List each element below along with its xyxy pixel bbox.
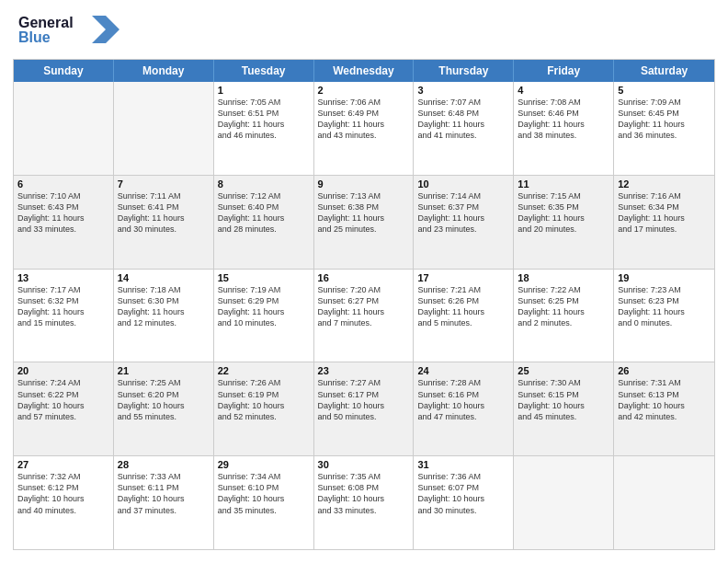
day-number: 17: [417, 272, 509, 283]
day-number: 18: [518, 272, 609, 283]
cell-info: Sunrise: 7:36 AMSunset: 6:07 PMDaylight:…: [417, 471, 509, 516]
cell-info: Sunrise: 7:15 AMSunset: 6:35 PMDaylight:…: [518, 190, 609, 236]
header-day-wednesday: Wednesday: [314, 60, 415, 82]
cell-info: Sunrise: 7:26 AMSunset: 6:19 PMDaylight:…: [218, 377, 310, 422]
day-number: 21: [118, 365, 210, 376]
cell-info: Sunrise: 7:32 AMSunset: 6:12 PMDaylight:…: [17, 471, 109, 516]
calendar-cell: 5Sunrise: 7:09 AMSunset: 6:45 PMDaylight…: [614, 82, 714, 175]
day-number: 4: [518, 85, 609, 96]
cell-info: Sunrise: 7:08 AMSunset: 6:46 PMDaylight:…: [518, 97, 609, 142]
calendar-cell: 3Sunrise: 7:07 AMSunset: 6:48 PMDaylight…: [414, 82, 514, 175]
calendar-week-5: 27Sunrise: 7:32 AMSunset: 6:12 PMDayligh…: [14, 456, 714, 549]
cell-info: Sunrise: 7:30 AMSunset: 6:15 PMDaylight:…: [518, 377, 609, 422]
calendar-cell: 7Sunrise: 7:11 AMSunset: 6:41 PMDaylight…: [114, 176, 214, 269]
calendar-cell: 27Sunrise: 7:32 AMSunset: 6:12 PMDayligh…: [14, 456, 114, 549]
calendar-cell: 14Sunrise: 7:18 AMSunset: 6:30 PMDayligh…: [114, 270, 214, 362]
day-number: 5: [618, 85, 711, 96]
cell-info: Sunrise: 7:34 AMSunset: 6:10 PMDaylight:…: [218, 471, 310, 516]
day-number: 29: [218, 459, 310, 470]
cell-info: Sunrise: 7:20 AMSunset: 6:27 PMDaylight:…: [318, 284, 410, 329]
calendar-header: SundayMondayTuesdayWednesdayThursdayFrid…: [14, 60, 714, 82]
header-day-saturday: Saturday: [614, 60, 714, 82]
cell-info: Sunrise: 7:35 AMSunset: 6:08 PMDaylight:…: [318, 471, 410, 516]
cell-info: Sunrise: 7:16 AMSunset: 6:34 PMDaylight:…: [618, 190, 711, 236]
day-number: 25: [518, 365, 609, 376]
calendar-cell: 21Sunrise: 7:25 AMSunset: 6:20 PMDayligh…: [114, 362, 214, 455]
day-number: 31: [417, 459, 509, 470]
calendar-cell: 23Sunrise: 7:27 AMSunset: 6:17 PMDayligh…: [314, 362, 415, 455]
calendar-cell: 15Sunrise: 7:19 AMSunset: 6:29 PMDayligh…: [214, 270, 314, 362]
cell-info: Sunrise: 7:09 AMSunset: 6:45 PMDaylight:…: [618, 97, 711, 142]
svg-text:Blue: Blue: [18, 29, 51, 45]
day-number: 15: [218, 272, 310, 283]
day-number: 7: [118, 178, 210, 190]
calendar-week-4: 20Sunrise: 7:24 AMSunset: 6:22 PMDayligh…: [14, 362, 714, 456]
calendar-week-2: 6Sunrise: 7:10 AMSunset: 6:43 PMDaylight…: [14, 176, 714, 270]
day-number: 19: [618, 272, 711, 283]
calendar-cell: [14, 82, 114, 175]
day-number: 8: [218, 178, 310, 190]
cell-info: Sunrise: 7:33 AMSunset: 6:11 PMDaylight:…: [118, 471, 210, 516]
cell-info: Sunrise: 7:24 AMSunset: 6:22 PMDaylight:…: [17, 377, 109, 422]
day-number: 28: [118, 459, 210, 470]
day-number: 23: [318, 365, 410, 376]
svg-text:General: General: [18, 15, 74, 30]
calendar-cell: 6Sunrise: 7:10 AMSunset: 6:43 PMDaylight…: [14, 176, 114, 269]
header-day-tuesday: Tuesday: [214, 60, 314, 82]
cell-info: Sunrise: 7:10 AMSunset: 6:43 PMDaylight:…: [17, 190, 109, 236]
cell-info: Sunrise: 7:05 AMSunset: 6:51 PMDaylight:…: [218, 97, 310, 142]
header-day-thursday: Thursday: [414, 60, 514, 82]
cell-info: Sunrise: 7:22 AMSunset: 6:25 PMDaylight:…: [518, 284, 609, 329]
day-number: 13: [17, 272, 109, 283]
calendar-body: 1Sunrise: 7:05 AMSunset: 6:51 PMDaylight…: [14, 82, 714, 549]
cell-info: Sunrise: 7:31 AMSunset: 6:13 PMDaylight:…: [618, 377, 711, 422]
day-number: 16: [318, 272, 410, 283]
calendar-cell: 24Sunrise: 7:28 AMSunset: 6:16 PMDayligh…: [414, 362, 514, 455]
day-number: 27: [17, 459, 109, 470]
cell-info: Sunrise: 7:07 AMSunset: 6:48 PMDaylight:…: [417, 97, 509, 142]
day-number: 24: [417, 365, 509, 376]
day-number: 2: [318, 85, 410, 96]
day-number: 11: [518, 178, 609, 190]
day-number: 20: [17, 365, 109, 376]
calendar-cell: 4Sunrise: 7:08 AMSunset: 6:46 PMDaylight…: [514, 82, 614, 175]
calendar-cell: 16Sunrise: 7:20 AMSunset: 6:27 PMDayligh…: [314, 270, 415, 362]
calendar-cell: 26Sunrise: 7:31 AMSunset: 6:13 PMDayligh…: [614, 362, 714, 455]
calendar-cell: 20Sunrise: 7:24 AMSunset: 6:22 PMDayligh…: [14, 362, 114, 455]
calendar-cell: 31Sunrise: 7:36 AMSunset: 6:07 PMDayligh…: [414, 456, 514, 549]
cell-info: Sunrise: 7:23 AMSunset: 6:23 PMDaylight:…: [618, 284, 711, 329]
svg-marker-2: [92, 16, 119, 43]
calendar-cell: 9Sunrise: 7:13 AMSunset: 6:38 PMDaylight…: [314, 176, 415, 269]
day-number: 6: [17, 178, 109, 190]
cell-info: Sunrise: 7:13 AMSunset: 6:38 PMDaylight:…: [318, 190, 410, 236]
day-number: 9: [318, 178, 410, 190]
header-day-friday: Friday: [514, 60, 614, 82]
day-number: 22: [218, 365, 310, 376]
calendar-cell: [514, 456, 614, 549]
calendar-cell: [614, 456, 714, 549]
header: General Blue: [0, 0, 728, 59]
calendar-cell: 22Sunrise: 7:26 AMSunset: 6:19 PMDayligh…: [214, 362, 314, 455]
calendar-cell: 28Sunrise: 7:33 AMSunset: 6:11 PMDayligh…: [114, 456, 214, 549]
calendar-cell: 29Sunrise: 7:34 AMSunset: 6:10 PMDayligh…: [214, 456, 314, 549]
day-number: 1: [218, 85, 310, 96]
cell-info: Sunrise: 7:06 AMSunset: 6:49 PMDaylight:…: [318, 97, 410, 142]
cell-info: Sunrise: 7:11 AMSunset: 6:41 PMDaylight:…: [118, 190, 210, 236]
header-day-sunday: Sunday: [14, 60, 114, 82]
cell-info: Sunrise: 7:17 AMSunset: 6:32 PMDaylight:…: [17, 284, 109, 329]
logo: General Blue: [18, 11, 119, 52]
day-number: 10: [417, 178, 509, 190]
calendar-cell: 25Sunrise: 7:30 AMSunset: 6:15 PMDayligh…: [514, 362, 614, 455]
calendar-cell: 1Sunrise: 7:05 AMSunset: 6:51 PMDaylight…: [214, 82, 314, 175]
page: General Blue SundayMondayTuesdayWednesda…: [0, 0, 728, 563]
calendar-cell: 13Sunrise: 7:17 AMSunset: 6:32 PMDayligh…: [14, 270, 114, 362]
calendar-cell: [114, 82, 214, 175]
calendar-cell: 12Sunrise: 7:16 AMSunset: 6:34 PMDayligh…: [614, 176, 714, 269]
calendar-week-3: 13Sunrise: 7:17 AMSunset: 6:32 PMDayligh…: [14, 270, 714, 363]
calendar-cell: 18Sunrise: 7:22 AMSunset: 6:25 PMDayligh…: [514, 270, 614, 362]
header-day-monday: Monday: [114, 60, 214, 82]
day-number: 14: [118, 272, 210, 283]
day-number: 30: [318, 459, 410, 470]
calendar-cell: 30Sunrise: 7:35 AMSunset: 6:08 PMDayligh…: [314, 456, 415, 549]
day-number: 12: [618, 178, 711, 190]
